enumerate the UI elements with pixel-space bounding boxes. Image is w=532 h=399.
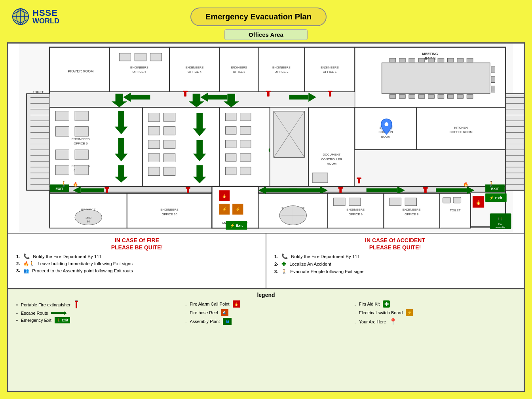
- svg-rect-210: [443, 197, 451, 203]
- svg-rect-118: [240, 127, 251, 135]
- svg-rect-44: [305, 48, 355, 92]
- svg-text:ENGINEERS: ENGINEERS: [186, 66, 204, 69]
- emergency-exit-label: Emergency Exit: [21, 318, 51, 323]
- svg-rect-101: [148, 113, 160, 122]
- svg-text:OFFICE 5: OFFICE 5: [132, 70, 146, 74]
- svg-rect-34: [150, 53, 162, 61]
- legend-col-3: . Firs Aid Kit ✚ . Electrical switch Boa…: [355, 300, 516, 325]
- svg-rect-82: [289, 95, 309, 100]
- svg-rect-201: [334, 198, 345, 206]
- svg-point-141: [384, 122, 388, 126]
- legend-emergency-exit: • Emergency Exit 🚶 Exit: [16, 317, 177, 323]
- accident-step-1-num: 1-: [274, 254, 278, 259]
- svg-rect-214: [505, 94, 524, 190]
- logo-text: HSSE WORLD: [32, 9, 59, 25]
- svg-rect-155: [81, 188, 104, 192]
- dot-2: .: [185, 310, 186, 315]
- main-title: Emergency Evacuation Plan: [190, 8, 327, 26]
- svg-rect-151: [328, 91, 332, 92]
- svg-rect-102: [163, 113, 175, 122]
- svg-text:ENGINEERS: ENGINEERS: [72, 137, 90, 141]
- svg-rect-119: [226, 140, 236, 148]
- legend-electrical: . Electrical switch Board ⚡: [355, 309, 516, 316]
- fire-ext-label: Portable Fire extinguisher: [21, 302, 70, 307]
- dot-5: .: [355, 310, 356, 315]
- svg-rect-57: [447, 58, 454, 62]
- accident-instructions-panel: IN CASE Of ACCIDENT PLEASE BE QUITE! 1- …: [266, 234, 524, 288]
- assembly-fire-icon: 👥: [23, 268, 29, 274]
- fire-step-1-num: 1-: [16, 254, 20, 259]
- legend-escape-route: • Escape Routs: [16, 311, 177, 315]
- svg-rect-53: [409, 58, 415, 62]
- svg-rect-9: [27, 94, 51, 190]
- fire-extinguisher-icon: [74, 300, 79, 309]
- svg-text:🔥: 🔥: [476, 200, 481, 205]
- svg-text:🚶‍♂️🚶: 🚶‍♂️🚶: [497, 217, 504, 220]
- svg-rect-240: [339, 188, 342, 193]
- svg-rect-123: [226, 167, 236, 175]
- legend-fire-alarm: . Fire Alarm Call Point 🔥: [185, 300, 346, 308]
- bullet-3: •: [16, 318, 18, 323]
- svg-rect-88: [75, 111, 88, 121]
- svg-rect-50: [382, 63, 490, 94]
- electrical-icon-legend: ⚡: [406, 309, 413, 316]
- svg-rect-152: [358, 179, 360, 183]
- accident-step-1: 1- 📞 Notify the Fire Department By 111: [274, 253, 516, 259]
- svg-text:COFFEE ROOM: COFFEE ROOM: [450, 130, 473, 134]
- accident-step-2: 2- ✚ Localize An Accident: [274, 261, 516, 267]
- accident-step-3-text: Evacuate People following Exit signs: [290, 269, 364, 274]
- first-aid-icon-legend: ✚: [383, 300, 390, 308]
- svg-rect-135: [312, 173, 328, 182]
- svg-rect-56: [438, 58, 444, 62]
- fire-alarm-label: Fire Alarm Call Point: [190, 302, 229, 306]
- legend-assembly: . Assembly Point 👥: [185, 318, 346, 325]
- svg-text:ENGINEERS: ENGINEERS: [231, 66, 247, 69]
- run-fire-icon: 🔥🚶: [23, 261, 34, 266]
- svg-text:🚶: 🚶: [488, 180, 495, 187]
- svg-rect-241: [338, 187, 343, 189]
- svg-rect-64: [428, 95, 435, 99]
- svg-text:OFFICE 10: OFFICE 10: [162, 213, 177, 216]
- fire-step-3-text: Proceed to the Assembly point following …: [32, 268, 133, 273]
- fire-title: IN CASE Of FIRE PLEASE BE QUITE!: [16, 237, 258, 251]
- run-accident-icon: 🚶: [281, 269, 287, 274]
- svg-rect-61: [399, 95, 406, 99]
- exit-badge-legend: 🚶 Exit: [55, 317, 70, 323]
- svg-text:OFFICE 9: OFFICE 9: [349, 213, 363, 216]
- legend-section: legend • Portable Fire extinguisher: [8, 289, 524, 391]
- svg-text:80: 80: [87, 220, 90, 223]
- svg-rect-33: [135, 53, 146, 61]
- escape-route-icon: [51, 311, 67, 315]
- svg-text:ENGINEERS: ENGINEERS: [346, 208, 365, 211]
- svg-text:DOCUMENT: DOCUMENT: [323, 153, 340, 156]
- svg-text:PRAYER ROOM: PRAYER ROOM: [68, 69, 93, 73]
- fire-hose-label: Fire hose Reel: [190, 310, 218, 315]
- legend-col-1: • Portable Fire extinguisher • Escape Ro…: [16, 300, 177, 325]
- svg-rect-146: [184, 92, 186, 97]
- svg-rect-63: [418, 95, 425, 99]
- svg-rect-150: [329, 92, 331, 97]
- location-icon-legend: 📍: [389, 318, 397, 325]
- svg-text:OFFICE 3: OFFICE 3: [233, 70, 245, 73]
- svg-rect-70: [491, 76, 495, 83]
- fire-instructions-panel: IN CASE Of FIRE PLEASE BE QUITE! 1- 📞 No…: [8, 234, 266, 288]
- svg-rect-159: [367, 188, 397, 192]
- svg-rect-110: [163, 167, 175, 175]
- svg-rect-244: [266, 188, 297, 192]
- svg-text:ENGINEERS: ENGINEERS: [403, 208, 421, 211]
- svg-text:ROOM: ROOM: [381, 135, 390, 139]
- fire-step-2-text: Leave building Immediately following Exi…: [38, 261, 133, 266]
- svg-rect-239: [186, 187, 190, 189]
- fire-step-1-text: Notify the Fire Department By 111: [33, 254, 102, 259]
- main-content: TOILET PRAYER ROOM ENGINEERS OFFICE 5 EN…: [7, 42, 525, 392]
- svg-text:🚶: 🚶: [61, 180, 68, 187]
- svg-rect-115: [226, 113, 236, 121]
- svg-rect-107: [148, 154, 160, 162]
- fire-step-1: 1- 📞 Notify the Fire Department By 111: [16, 253, 258, 259]
- svg-rect-147: [183, 91, 188, 92]
- phone-icon-1: 📞: [23, 253, 30, 259]
- svg-text:OFFICE 4: OFFICE 4: [188, 70, 202, 74]
- svg-rect-149: [266, 91, 271, 92]
- svg-text:⚡: ⚡: [236, 207, 241, 212]
- you-are-here-label: Your Are Here: [359, 319, 386, 324]
